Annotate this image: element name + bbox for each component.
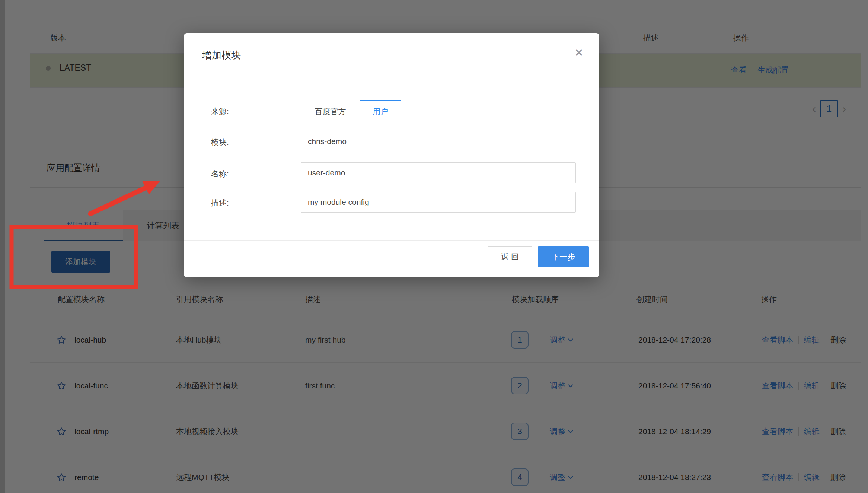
source-option-user[interactable]: 用户 bbox=[360, 100, 401, 123]
add-module-modal: 增加模块 ✕ 来源: 百度官方 用户 模块: 名称: 描述: 返 回 下一步 bbox=[184, 33, 599, 277]
module-label: 模块: bbox=[211, 137, 229, 147]
name-input[interactable] bbox=[301, 162, 576, 183]
desc-input[interactable] bbox=[301, 192, 576, 213]
next-button[interactable]: 下一步 bbox=[538, 246, 589, 267]
module-input[interactable] bbox=[301, 131, 486, 152]
source-label: 来源: bbox=[211, 106, 229, 117]
back-button[interactable]: 返 回 bbox=[488, 246, 532, 267]
source-toggle-group: 百度官方 用户 bbox=[301, 100, 401, 123]
name-label: 名称: bbox=[211, 169, 229, 179]
modal-header-border bbox=[184, 74, 599, 74]
app-canvas: 版本 描述 操作 LATEST 查看生成配置 ‹ 1 › 应用配置详情 模块列表… bbox=[0, 0, 868, 493]
desc-label: 描述: bbox=[211, 198, 229, 208]
modal-footer-border bbox=[184, 240, 599, 241]
modal-title: 增加模块 bbox=[202, 49, 241, 62]
close-icon[interactable]: ✕ bbox=[574, 47, 584, 58]
source-option-official[interactable]: 百度官方 bbox=[301, 100, 360, 123]
